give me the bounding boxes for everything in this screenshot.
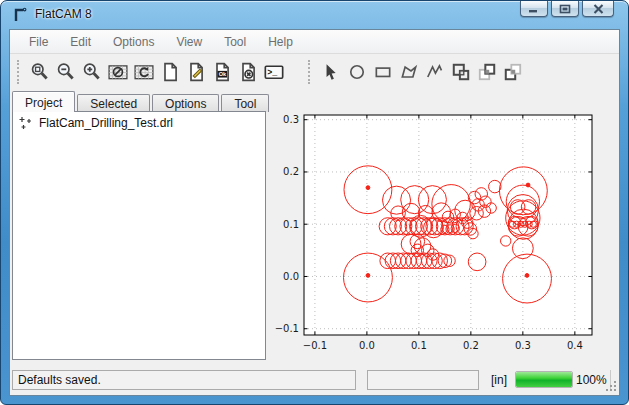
zoom-fit-icon[interactable] — [27, 59, 53, 85]
polygon-union-icon[interactable] — [448, 59, 474, 85]
x-tick-label: 0.2 — [463, 340, 479, 351]
zoom-out-icon[interactable] — [53, 59, 79, 85]
client-area: FileEditOptionsViewToolHelp Ok>_ Project… — [9, 29, 620, 396]
close-button[interactable] — [582, 1, 614, 17]
window-title: FlatCAM 8 — [35, 7, 92, 21]
tab-options[interactable]: Options — [152, 94, 219, 112]
status-message: Defaults saved. — [12, 370, 356, 390]
polygon-subtract-icon[interactable] — [500, 59, 526, 85]
cursor-select-icon[interactable] — [318, 59, 344, 85]
y-tick-label: 0.2 — [283, 166, 299, 177]
menu-bar: FileEditOptionsViewToolHelp — [10, 30, 619, 54]
draw-rectangle-icon[interactable] — [370, 59, 396, 85]
y-tick-label: −0.1 — [275, 323, 299, 334]
resize-grip[interactable] — [604, 379, 616, 391]
tab-selected[interactable]: Selected — [77, 94, 150, 112]
drill-marks-icon — [19, 116, 33, 130]
window-controls — [520, 1, 614, 17]
menu-item-view[interactable]: View — [165, 30, 213, 54]
menu-item-tool[interactable]: Tool — [213, 30, 257, 54]
app-window: FlatCAM 8 FileEditOptionsViewToolHelp Ok… — [0, 0, 629, 405]
progress-percent-label: 100% — [576, 370, 607, 390]
progress-bar-fill — [516, 372, 572, 387]
toolbar-drag-handle[interactable] — [17, 60, 21, 84]
draw-circle-icon[interactable] — [344, 59, 370, 85]
x-tick-label: 0.0 — [359, 340, 375, 351]
tree-item[interactable]: FlatCam_Drilling_Test.drl — [13, 112, 265, 132]
x-tick-label: 0.1 — [411, 340, 427, 351]
svg-text:Ok: Ok — [219, 71, 227, 77]
menu-item-file[interactable]: File — [18, 30, 59, 54]
new-project-icon[interactable] — [157, 59, 183, 85]
edit-geometry-icon[interactable] — [183, 59, 209, 85]
progress-bar — [515, 371, 573, 388]
y-tick-label: 0.0 — [283, 271, 299, 282]
polygon-intersection-icon[interactable] — [474, 59, 500, 85]
maximize-button[interactable] — [551, 1, 579, 17]
tab-project[interactable]: Project — [12, 91, 75, 112]
plot-canvas[interactable]: −0.10.00.10.20.30.4−0.10.00.10.20.3 — [272, 108, 624, 365]
update-geometry-ok-icon[interactable]: Ok — [209, 59, 235, 85]
title-bar[interactable]: FlatCAM 8 — [1, 1, 628, 29]
tree-item-label: FlatCam_Drilling_Test.drl — [39, 116, 173, 130]
menu-item-edit[interactable]: Edit — [59, 30, 102, 54]
shell-icon[interactable]: >_ — [261, 59, 287, 85]
units-indicator: [in] — [484, 370, 514, 390]
tab-bar: ProjectSelectedOptionsTool — [12, 91, 271, 112]
x-tick-label: 0.3 — [515, 340, 531, 351]
toolbar: Ok>_ — [10, 55, 619, 88]
svg-text:>_: >_ — [267, 68, 278, 78]
drill-plot[interactable]: −0.10.00.10.20.30.4−0.10.00.10.20.3 — [272, 108, 624, 365]
status-field-secondary — [367, 370, 479, 390]
clear-plot-icon[interactable] — [105, 59, 131, 85]
replot-icon[interactable] — [131, 59, 157, 85]
draw-path-icon[interactable] — [422, 59, 448, 85]
toolbar-drag-handle[interactable] — [308, 60, 312, 84]
tab-tool[interactable]: Tool — [221, 94, 269, 112]
draw-polygon-icon[interactable] — [396, 59, 422, 85]
minimize-button[interactable] — [520, 1, 548, 17]
status-bar: Defaults saved. [in] 100% — [10, 366, 619, 394]
flatcam-logo-icon — [12, 7, 28, 23]
x-tick-label: −0.1 — [303, 340, 327, 351]
y-tick-label: 0.1 — [283, 219, 299, 230]
project-tree-panel[interactable]: FlatCam_Drilling_Test.drl — [12, 111, 266, 360]
menu-item-help[interactable]: Help — [257, 30, 304, 54]
cancel-edit-icon[interactable] — [235, 59, 261, 85]
menu-item-options[interactable]: Options — [102, 30, 165, 54]
y-tick-label: 0.3 — [283, 114, 299, 125]
x-tick-label: 0.4 — [567, 340, 583, 351]
zoom-in-icon[interactable] — [79, 59, 105, 85]
